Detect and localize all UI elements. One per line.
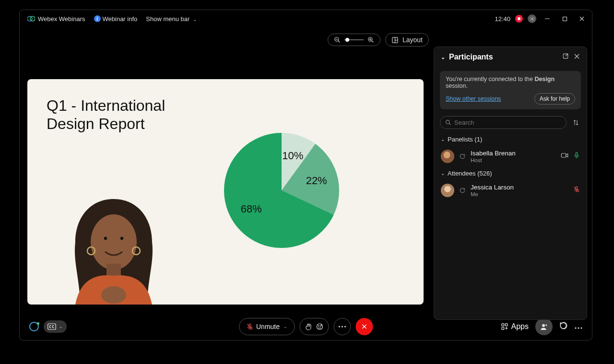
zoom-out-icon: [334, 36, 341, 43]
window-minimize-icon[interactable]: [541, 13, 554, 24]
chevron-down-icon[interactable]: ⌄: [441, 54, 445, 60]
pie-label-0: 68%: [241, 203, 262, 215]
settings-icon[interactable]: [528, 14, 536, 23]
panelists-group-header[interactable]: ⌄ Panelists (1): [434, 132, 587, 147]
show-menu-bar[interactable]: Show menu bar ⌄: [146, 15, 197, 23]
participant-role: Me: [471, 191, 514, 197]
webex-logo-icon: [27, 15, 35, 23]
apps-icon: [501, 323, 508, 330]
show-menu-label: Show menu bar: [146, 15, 189, 23]
chevron-down-icon: ⌄: [441, 137, 445, 142]
search-input-wrapper[interactable]: [440, 116, 567, 129]
svg-point-17: [91, 214, 137, 270]
show-other-sessions-link[interactable]: Show other sessions: [446, 95, 501, 102]
participant-name: Isabella Brenan: [471, 150, 516, 157]
reactions-icon: [316, 323, 323, 330]
avatar: [441, 150, 454, 163]
search-input[interactable]: [454, 119, 561, 126]
svg-line-28: [449, 123, 450, 125]
window-close-icon[interactable]: [576, 13, 588, 24]
participants-panel: ⌄ Participants You're currently connecte…: [434, 47, 587, 320]
titlebar: Webex Webinars i Webinar info Show menu …: [20, 10, 592, 27]
zoom-slider-thumb[interactable]: [345, 38, 349, 42]
chevron-down-icon: ⌄: [193, 17, 197, 22]
svg-point-38: [320, 326, 320, 326]
svg-rect-45: [505, 324, 508, 326]
svg-point-20: [104, 237, 107, 240]
webinar-info[interactable]: i Webinar info: [94, 15, 138, 23]
camera-icon: [561, 152, 568, 161]
svg-line-11: [372, 41, 374, 43]
svg-line-8: [338, 41, 340, 43]
participants-toggle-button[interactable]: [535, 318, 553, 335]
participant-row[interactable]: Isabella Brenan Host: [434, 147, 587, 166]
apps-label: Apps: [511, 322, 529, 331]
svg-point-37: [318, 326, 319, 326]
leave-call-button[interactable]: [355, 318, 373, 335]
attendees-group-header[interactable]: ⌄ Attendees (526): [434, 166, 587, 181]
layout-button[interactable]: Layout: [385, 33, 429, 47]
svg-point-27: [446, 120, 450, 124]
svg-rect-46: [502, 327, 504, 329]
view-controls: Layout: [328, 33, 429, 47]
mic-muted-icon: [246, 323, 253, 330]
app-window: Webex Webinars i Webinar info Show menu …: [19, 10, 592, 341]
svg-point-50: [575, 327, 576, 329]
svg-rect-44: [502, 324, 504, 326]
slide-title: Q1 - International Design Report: [47, 96, 165, 133]
svg-point-48: [545, 324, 547, 326]
panel-title: Participants: [449, 53, 493, 61]
svg-rect-4: [563, 17, 567, 21]
participants-icon: [540, 323, 548, 331]
svg-point-52: [580, 327, 582, 329]
more-icon: [338, 326, 346, 328]
body-area: Layout Q1 - International Design Report …: [20, 27, 592, 313]
closed-caption-button[interactable]: ⌄: [44, 320, 67, 333]
sync-icon: [459, 187, 466, 194]
pie-label-1: 22%: [306, 175, 327, 187]
panel-header: ⌄ Participants: [434, 47, 587, 67]
avatar: [441, 184, 454, 197]
attendees-label: Attendees (526): [448, 170, 492, 177]
chevron-down-icon: ⌄: [441, 171, 445, 176]
svg-rect-29: [561, 153, 566, 157]
zoom-slider-track[interactable]: [344, 39, 364, 40]
recording-indicator-icon[interactable]: [515, 15, 523, 23]
pie-chart: [224, 133, 339, 248]
zoom-in-icon: [367, 36, 374, 43]
unmute-button[interactable]: Unmute ⌄: [239, 318, 295, 335]
ask-for-help-button[interactable]: Ask for help: [534, 93, 575, 105]
panelists-label: Panelists (1): [448, 136, 482, 143]
mic-muted-icon: [573, 186, 580, 195]
search-icon: [445, 119, 451, 126]
apps-button[interactable]: Apps: [501, 322, 529, 331]
window-maximize-icon[interactable]: [558, 13, 571, 24]
raise-hand-button[interactable]: [299, 318, 329, 335]
svg-point-41: [344, 326, 345, 327]
sync-icon: [459, 153, 466, 160]
more-controls-button[interactable]: [333, 318, 351, 335]
participant-name: Jessica Larson: [471, 184, 514, 191]
participant-row[interactable]: Jessica Larson Me: [434, 181, 587, 200]
chat-button[interactable]: [559, 321, 568, 332]
svg-rect-30: [576, 153, 578, 156]
more-panel-button[interactable]: [575, 322, 582, 331]
pie-label-2: 10%: [282, 150, 303, 162]
svg-point-1: [30, 16, 35, 21]
webinar-info-label: Webinar info: [103, 15, 138, 23]
chevron-down-icon: ⌄: [59, 324, 63, 329]
cc-icon: [47, 323, 56, 330]
participant-role: Host: [471, 157, 516, 163]
svg-point-47: [542, 324, 545, 327]
assistant-icon[interactable]: [29, 322, 39, 331]
chat-icon: [559, 321, 568, 330]
close-icon[interactable]: [574, 53, 580, 61]
zoom-control[interactable]: [328, 34, 380, 46]
sort-button[interactable]: [570, 117, 581, 128]
svg-point-51: [578, 327, 579, 329]
chevron-down-icon: ⌄: [283, 324, 287, 329]
svg-rect-33: [48, 324, 56, 329]
popout-icon[interactable]: [562, 53, 569, 61]
webex-logo-group: Webex Webinars: [27, 15, 85, 23]
close-icon: [361, 323, 367, 330]
